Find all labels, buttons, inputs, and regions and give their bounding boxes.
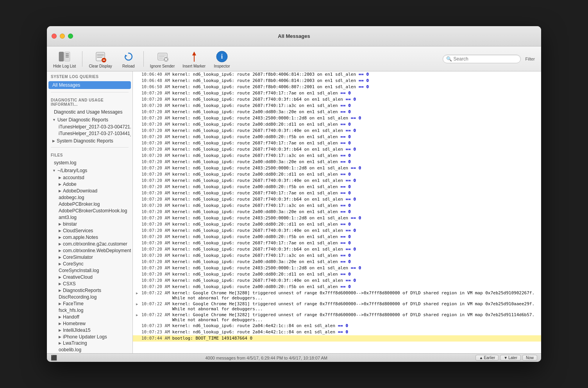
sidebar-item-intellijidea15[interactable]: ▶ IntelliJIdea15 (48, 327, 131, 333)
log-row[interactable]: 10:06:50 AMkernel: nd6_lookup_ipv6: rout… (133, 84, 541, 90)
log-row[interactable]: ▶10:07:22 AMkernel: Google Chrome He[328… (133, 301, 541, 312)
log-row[interactable]: 10:07:20 AMkernel: nd6_lookup_ipv6: rout… (133, 234, 541, 240)
sidebar-item-comapplenotes[interactable]: ▶ com.apple.Notes (48, 234, 131, 241)
log-row[interactable]: 10:07:20 AMkernel: nd6_lookup_ipv6: rout… (133, 134, 541, 140)
sidebar-item-facetime[interactable]: ▶ FaceTime (48, 300, 131, 307)
sidebar-item-homebrew[interactable]: ▶ Homebrew (48, 320, 131, 327)
log-row[interactable]: 10:06:40 AMkernel: nd6_lookup_ipv6: rout… (133, 71, 541, 78)
log-row[interactable]: 10:07:20 AMkernel: nd6_lookup_ipv6: rout… (133, 209, 541, 215)
log-row[interactable]: 10:07:20 AMkernel: nd6_lookup_ipv6: rout… (133, 253, 541, 259)
log-row[interactable]: 10:07:44 AMbootlog: BOOT_TIME 1491487664… (133, 335, 541, 342)
search-box[interactable]: 🔍 (443, 55, 521, 63)
minimize-button[interactable] (60, 34, 65, 39)
sidebar-item-user-diagnostic[interactable]: ▼ User Diagnostic Reports (48, 116, 131, 124)
log-row[interactable]: 10:07:20 AMkernel: nd6_lookup_ipv6: rout… (133, 140, 541, 146)
log-row[interactable]: 10:07:20 AMkernel: nd6_lookup_ipv6: rout… (133, 171, 541, 178)
log-row[interactable]: 10:07:20 AMkernel: nd6_lookup_ipv6: rout… (133, 271, 541, 278)
log-scroll[interactable]: 10:06:40 AMkernel: nd6_lookup_ipv6: rout… (133, 71, 541, 353)
sidebar-item-coresync[interactable]: ▶ CoreSync (48, 260, 131, 267)
log-text: kernel: nd6_lookup_ipv6: route 2607:f740… (172, 91, 351, 96)
sidebar-item-itunes-1[interactable]: iTunesHelper_2017-03-23-004721... (48, 124, 131, 130)
log-row[interactable]: 10:07:20 AMkernel: nd6_lookup_ipv6: rout… (133, 128, 541, 134)
log-row[interactable]: 10:07:20 AMkernel: nd6_lookup_ipv6: rout… (133, 115, 541, 121)
log-row[interactable]: 10:07:23 AMkernel: nd6_lookup_ipv6: rout… (133, 329, 541, 335)
reload-button[interactable]: Reload (117, 48, 140, 70)
sidebar-item-handoff[interactable]: ▶ Handoff (48, 313, 131, 320)
sidebar-item-iphoneupdater[interactable]: ▶ iPhone Updater Logs (48, 333, 131, 340)
sidebar-item-csxs[interactable]: ▶ CSXS (48, 280, 131, 287)
svg-rect-6 (97, 54, 104, 55)
earlier-button[interactable]: ▲ Earlier (475, 355, 499, 361)
log-row[interactable]: 10:07:20 AMkernel: nd6_lookup_ipv6: rout… (133, 196, 541, 203)
sidebar-item-all-messages-label: All Messages (52, 82, 80, 88)
sidebar-item-fsck-hfs[interactable]: fsck_hfs.log (48, 307, 131, 313)
log-row[interactable]: 10:07:20 AMkernel: nd6_lookup_ipv6: rout… (133, 178, 541, 184)
log-row[interactable]: 10:07:20 AMkernel: nd6_lookup_ipv6: rout… (133, 215, 541, 221)
insert-marker-button[interactable]: Insert Marker (179, 48, 209, 70)
sidebar-item-system-log[interactable]: system.log (48, 159, 131, 167)
sidebar-item-library-logs[interactable]: ▼ ~/Library/Logs (48, 167, 131, 174)
inspector-button[interactable]: i Inspector (210, 48, 234, 70)
sidebar-item-amt3[interactable]: amt3.log (48, 214, 131, 221)
sidebar-item-adobe[interactable]: ▶ Adobe (48, 181, 131, 188)
clear-display-button[interactable]: Clear Display (86, 48, 115, 70)
log-row[interactable]: 10:07:20 AMkernel: nd6_lookup_ipv6: rout… (133, 90, 541, 96)
log-row[interactable]: 10:07:20 AMkernel: nd6_lookup_ipv6: rout… (133, 146, 541, 153)
sidebar-item-adobegc[interactable]: adobegc.log (48, 194, 131, 201)
now-button[interactable]: Now (522, 355, 537, 361)
log-row[interactable]: ▶10:07:22 AMkernel: Google Chrome He[328… (133, 290, 541, 301)
close-button[interactable] (52, 34, 57, 39)
adobe-triangle: ▶ (59, 182, 61, 186)
log-row[interactable]: 10:07:20 AMkernel: nd6_lookup_ipv6: rout… (133, 240, 541, 246)
log-row[interactable]: 10:07:20 AMkernel: nd6_lookup_ipv6: rout… (133, 109, 541, 115)
sidebar-item-diagnostic-usage[interactable]: Diagnostic and Usage Messages (48, 108, 131, 116)
sidebar-item-itunes-2[interactable]: iTunesHelper_2017-03-27-103441_... (48, 130, 131, 137)
ignore-sender-button[interactable]: Ignore Sender (147, 48, 178, 70)
sidebar-item-creativecloud[interactable]: ▶ CreativeCloud (48, 274, 131, 280)
log-row[interactable]: 10:07:20 AMkernel: nd6_lookup_ipv6: rout… (133, 246, 541, 253)
log-row[interactable]: 10:07:20 AMkernel: nd6_lookup_ipv6: rout… (133, 278, 541, 284)
log-row[interactable]: 10:07:23 AMkernel: nd6_lookup_ipv6: rout… (133, 323, 541, 329)
sidebar-item-diagnosticreports[interactable]: ▶ DiagnosticReports (48, 287, 131, 294)
sidebar-item-all-messages[interactable]: All Messages (48, 81, 131, 89)
sidebar-item-coresimulator[interactable]: ▶ CoreSimulator (48, 254, 131, 260)
log-row[interactable]: 10:07:20 AMkernel: nd6_lookup_ipv6: rout… (133, 121, 541, 128)
sidebar-item-adobedownload[interactable]: ▶ AdobeDownload (48, 188, 131, 194)
later-button[interactable]: ▼ Later (500, 355, 521, 361)
sidebar-item-adobepcbrokercustomhook[interactable]: AdobePCBrokerCustomHook.log (48, 208, 131, 214)
sidebar-item-discrecording[interactable]: DiscRecording.log (48, 294, 131, 300)
log-row[interactable]: 10:07:20 AMkernel: nd6_lookup_ipv6: rout… (133, 203, 541, 209)
search-input[interactable] (454, 56, 517, 62)
log-row[interactable]: 10:07:20 AMkernel: nd6_lookup_ipv6: rout… (133, 190, 541, 196)
log-expand-btn[interactable]: ▶ (136, 302, 141, 306)
log-row[interactable]: 10:07:20 AMkernel: nd6_lookup_ipv6: rout… (133, 103, 541, 109)
log-expand-btn[interactable]: ▶ (136, 313, 141, 317)
log-row[interactable]: 10:07:20 AMkernel: nd6_lookup_ipv6: rout… (133, 265, 541, 271)
log-row[interactable]: 10:07:20 AMkernel: nd6_lookup_ipv6: rout… (133, 221, 541, 228)
log-row[interactable]: 10:07:20 AMkernel: nd6_lookup_ipv6: rout… (133, 184, 541, 190)
hide-log-list-button[interactable]: Hide Log List (50, 48, 79, 70)
log-row[interactable]: 10:07:20 AMkernel: nd6_lookup_ipv6: rout… (133, 153, 541, 159)
sidebar-item-coresyncinstall[interactable]: CoreSyncInstall.log (48, 267, 131, 274)
sidebar-item-system-diagnostic[interactable]: ▶ System Diagnostic Reports (48, 137, 131, 145)
log-expand-btn[interactable]: ▶ (136, 291, 141, 295)
sidebar-item-comcitrix1[interactable]: ▶ com.citrixonline.g2ac.customer (48, 240, 131, 247)
log-row[interactable]: 10:07:20 AMkernel: nd6_lookup_ipv6: rout… (133, 165, 541, 171)
filter-button[interactable]: Filter (522, 57, 538, 61)
log-row[interactable]: 10:07:20 AMkernel: nd6_lookup_ipv6: rout… (133, 159, 541, 165)
sidebar-item-cloudservices[interactable]: ▶ CloudServices (48, 228, 131, 234)
sidebar-item-lwatracing[interactable]: ▶ LwaTracing (48, 340, 131, 347)
sidebar-item-oobelib[interactable]: oobelib.log (48, 347, 131, 353)
log-row[interactable]: 10:07:20 AMkernel: nd6_lookup_ipv6: rout… (133, 284, 541, 290)
log-row[interactable]: ▶10:07:22 AMkernel: Google Chrome He[328… (133, 312, 541, 323)
sidebar-item-adobepcbroker[interactable]: AdobePCBroker.log (48, 201, 131, 208)
earlier-arrow: ▲ (479, 356, 483, 360)
log-row[interactable]: 10:07:20 AMkernel: nd6_lookup_ipv6: rout… (133, 96, 541, 103)
sidebar-item-accountsd[interactable]: ▶ accountsd (48, 174, 131, 181)
log-row[interactable]: 10:07:20 AMkernel: nd6_lookup_ipv6: rout… (133, 259, 541, 265)
sidebar-item-binstar[interactable]: ▶ binstar (48, 221, 131, 228)
log-row[interactable]: 10:07:20 AMkernel: nd6_lookup_ipv6: rout… (133, 228, 541, 234)
sidebar-item-comcitrix2[interactable]: ▶ com.citrixonline.WebDeployment (48, 247, 131, 254)
log-row[interactable]: 10:06:48 AMkernel: nd6_lookup_ipv6: rout… (133, 78, 541, 84)
maximize-button[interactable] (68, 34, 73, 39)
